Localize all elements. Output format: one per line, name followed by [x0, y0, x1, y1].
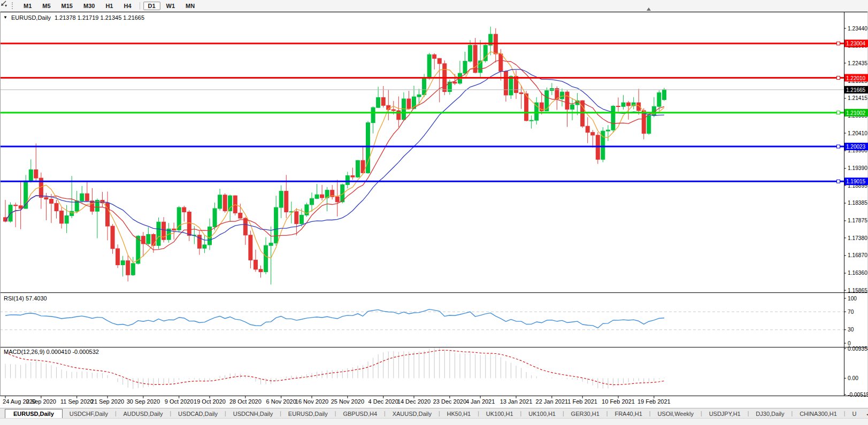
- date-axis-label: 6 Nov 2020: [266, 398, 296, 405]
- tab-scroll-left-icon[interactable]: ◄: [865, 412, 868, 417]
- date-axis[interactable]: 24 Aug 20202 Sep 202011 Sep 202021 Sep 2…: [3, 396, 671, 405]
- toolbar-separator: [140, 2, 140, 10]
- level-price-badge-text: 1.20023: [846, 144, 866, 150]
- price-axis-tick: 1.17875: [848, 218, 867, 223]
- chart-tab-eurusd-daily[interactable]: EURUSD,Daily: [281, 409, 335, 418]
- chart-tab-usdcad-daily[interactable]: USDCAD,Daily: [171, 409, 225, 418]
- price-axis-tick: 1.16360: [848, 270, 867, 276]
- date-axis-label: 14 Dec 2020: [397, 398, 431, 405]
- ma-mid-line: [5, 60, 664, 250]
- timeframe-button-mn[interactable]: MN: [181, 2, 199, 10]
- date-axis-label: 19 Oct 2020: [194, 398, 226, 405]
- date-axis-label: 25 Nov 2020: [331, 398, 364, 405]
- level-line-handle[interactable]: [837, 42, 840, 45]
- level-price-badge-text: 1.23004: [846, 41, 866, 47]
- timeframe-button-w1[interactable]: W1: [162, 2, 180, 10]
- price-axis-tick: 1.23440: [848, 26, 867, 32]
- macd-signal-line: [5, 350, 664, 385]
- chart-tab-gbpusd-h4[interactable]: GBPUSD,H4: [336, 409, 384, 418]
- chart-tab-dj30-daily[interactable]: DJ30,Daily: [749, 409, 791, 418]
- timeframe-button-m1[interactable]: M1: [19, 2, 36, 10]
- timeframe-button-m5[interactable]: M5: [37, 2, 55, 10]
- chart-tab-usdchf-daily[interactable]: USDCHF,Daily: [63, 409, 115, 418]
- timeframe-button-m15[interactable]: M15: [57, 2, 78, 10]
- date-axis-label: 10 Feb 2021: [602, 398, 635, 405]
- chart-tab-eurusd-daily[interactable]: EURUSD,Daily: [5, 409, 63, 418]
- price-axis-tick: 1.21415: [848, 95, 867, 101]
- chart-tab-u[interactable]: U: [845, 409, 863, 418]
- macd-axis-tick: 0.009354: [848, 346, 868, 352]
- date-axis-label: 19 Feb 2021: [637, 398, 671, 405]
- chart-window: ▼ EURUSD,Daily 1.21378 1.21719 1.21345 1…: [0, 12, 868, 408]
- timeframe-button-h4[interactable]: H4: [119, 2, 136, 10]
- date-axis-label: 1 Feb 2021: [567, 398, 597, 405]
- level-line-handle[interactable]: [837, 180, 840, 183]
- date-axis-label: 28 Oct 2020: [229, 398, 262, 405]
- date-axis-label: 4 Dec 2020: [368, 398, 398, 405]
- candles-layer: [4, 27, 666, 285]
- macd-axis-tick: 0.00: [848, 375, 858, 381]
- toolbar-grip[interactable]: [12, 2, 14, 9]
- rsi-indicator-label: RSI(14) 57.4030: [4, 295, 47, 302]
- rsi-pane: [0, 310, 844, 330]
- price-axis-tick: 1.16870: [848, 252, 867, 258]
- rsi-axis-tick: 100: [848, 296, 857, 302]
- date-axis-label: 16 Nov 2020: [295, 398, 328, 405]
- price-axis[interactable]: 1.234401.229301.224351.219251.214151.209…: [844, 26, 868, 398]
- status-strip: [0, 418, 868, 425]
- price-axis-tick: 1.19390: [848, 165, 867, 171]
- date-axis-label: 30 Sep 2020: [127, 398, 160, 405]
- macd-indicator-label: MACD(12,26,9) 0.000410 -0.000532: [4, 349, 99, 355]
- symbol-collapse-icon[interactable]: ▼: [3, 16, 7, 20]
- level-price-badge-text: 1.19015: [846, 179, 866, 184]
- level-price-badge-text: 1.21002: [846, 110, 866, 116]
- chart-title: ▼ EURUSD,Daily 1.21378 1.21719 1.21345 1…: [3, 14, 144, 21]
- chart-frame: [0, 12, 868, 396]
- price-axis-tick: 1.20410: [848, 130, 867, 136]
- chart-shift-marker[interactable]: [647, 7, 651, 11]
- price-axis-tick: 1.22435: [848, 60, 867, 66]
- tab-scroll-controls: ◄►: [863, 412, 868, 418]
- timeframe-button-d1[interactable]: D1: [143, 2, 160, 10]
- price-axis-tick: 1.15865: [848, 288, 867, 293]
- timeframe-toolbar: ▾ M1M5M15M30H1H4D1W1MN: [0, 0, 868, 12]
- date-axis-label: 21 Sep 2020: [91, 398, 124, 405]
- level-line-handle[interactable]: [837, 76, 840, 80]
- date-axis-label: 13 Jan 2021: [500, 398, 533, 405]
- price-axis-tick: 1.17380: [848, 235, 867, 241]
- level-line-handle[interactable]: [837, 145, 840, 148]
- chart-tab-uk100-h1[interactable]: UK100,H1: [521, 409, 563, 418]
- chart-tab-ger30-h1[interactable]: GER30,H1: [564, 409, 606, 418]
- date-axis-label: 22 Jan 2021: [536, 398, 569, 405]
- chart-tab-usoil-weekly[interactable]: USOil,Weekly: [650, 409, 701, 418]
- timeframe-button-h1[interactable]: H1: [101, 2, 118, 10]
- rsi-axis-tick: 70: [848, 309, 854, 315]
- macd-pane: [5, 348, 664, 389]
- level-price-badge-text: 1.22010: [846, 75, 866, 81]
- chart-tab-uk100-h1[interactable]: UK100,H1: [479, 409, 520, 418]
- date-axis-label: 11 Sep 2020: [60, 398, 94, 405]
- rsi-line: [5, 310, 664, 328]
- mt4-application-window: ▾ M1M5M15M30H1H4D1W1MN ▼ EURUSD,Daily 1.…: [0, 0, 868, 425]
- chart-tab-xauusd-daily[interactable]: XAUUSD,Daily: [386, 409, 439, 418]
- chart-tab-usdcnh-daily[interactable]: USDCNH,Daily: [226, 409, 280, 418]
- draw-arrow-tool-icon: [0, 0, 7, 7]
- chart-tab-hk50-h1[interactable]: HK50,H1: [440, 409, 478, 418]
- chart-canvas[interactable]: 1.234401.229301.224351.219251.214151.209…: [0, 12, 868, 408]
- date-axis-label: 23 Dec 2020: [433, 398, 466, 405]
- level-line-handle[interactable]: [837, 111, 840, 114]
- draw-arrow-tool-button[interactable]: ▾: [3, 3, 9, 9]
- chart-tab-china300-h1[interactable]: CHINA300,H1: [793, 409, 844, 418]
- current-price-badge-text: 1.21665: [846, 87, 866, 93]
- price-axis-tick: 1.18385: [848, 200, 867, 206]
- level-lines[interactable]: [0, 42, 844, 183]
- macd-axis-tick: -0.005156: [848, 392, 868, 398]
- date-axis-label: 9 Oct 2020: [165, 398, 194, 405]
- date-axis-label: 2 Sep 2020: [26, 398, 56, 405]
- chart-tab-usdjpy-h1[interactable]: USDJPY,H1: [702, 409, 748, 418]
- timeframe-button-m30[interactable]: M30: [79, 2, 99, 10]
- rsi-axis-tick: 30: [848, 327, 854, 333]
- chart-tab-fra40-h1[interactable]: FRA40,H1: [608, 409, 649, 418]
- chart-tab-bar: EURUSD,DailyUSDCHF,Daily|AUDUSD,Daily|US…: [0, 408, 868, 418]
- chart-tab-audusd-daily[interactable]: AUDUSD,Daily: [117, 409, 170, 418]
